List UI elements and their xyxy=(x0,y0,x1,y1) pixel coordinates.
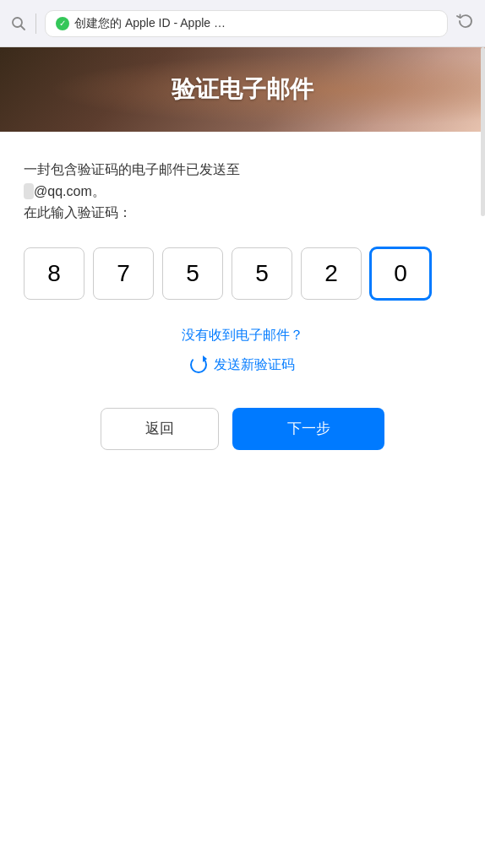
email-domain: @qq.com。 xyxy=(34,184,106,198)
scrollbar[interactable] xyxy=(481,47,485,216)
header-banner: 验证电子邮件 xyxy=(0,47,485,132)
resend-button[interactable]: 发送新验证码 xyxy=(24,356,461,374)
action-buttons: 返回 下一步 xyxy=(24,408,461,450)
address-text: 创建您的 Apple ID - Apple … xyxy=(74,16,437,31)
enter-label: 在此输入验证码： xyxy=(24,205,132,220)
code-box-3[interactable]: 5 xyxy=(162,247,223,300)
no-email-link[interactable]: 没有收到电子邮件？ xyxy=(24,327,461,344)
security-icon: ✓ xyxy=(56,17,69,30)
back-button[interactable]: 返回 xyxy=(101,408,219,450)
code-box-4[interactable]: 5 xyxy=(232,247,292,300)
search-icon[interactable] xyxy=(10,15,27,32)
verification-code-inputs: 8 7 5 5 2 0 xyxy=(24,247,461,300)
next-button[interactable]: 下一步 xyxy=(232,408,384,450)
code-box-5[interactable]: 2 xyxy=(301,247,362,300)
code-box-2[interactable]: 7 xyxy=(93,247,154,300)
description-line1: 一封包含验证码的电子邮件已发送至 xyxy=(24,162,240,176)
resend-icon xyxy=(190,356,207,373)
svg-line-1 xyxy=(21,25,25,30)
bar-divider xyxy=(35,14,36,34)
address-bar[interactable]: ✓ 创建您的 Apple ID - Apple … xyxy=(45,10,448,37)
resend-text: 发送新验证码 xyxy=(214,356,295,374)
code-box-1[interactable]: 8 xyxy=(24,247,84,300)
description-block: 一封包含验证码的电子邮件已发送至 @qq.com。 在此输入验证码： xyxy=(24,159,461,224)
page-title: 验证电子邮件 xyxy=(172,73,313,106)
reload-icon[interactable] xyxy=(456,12,475,35)
code-box-6[interactable]: 0 xyxy=(370,247,431,300)
email-masked xyxy=(24,183,34,199)
main-content: 一封包含验证码的电子邮件已发送至 @qq.com。 在此输入验证码： 8 7 5… xyxy=(0,132,485,484)
browser-bar: ✓ 创建您的 Apple ID - Apple … xyxy=(0,0,485,47)
